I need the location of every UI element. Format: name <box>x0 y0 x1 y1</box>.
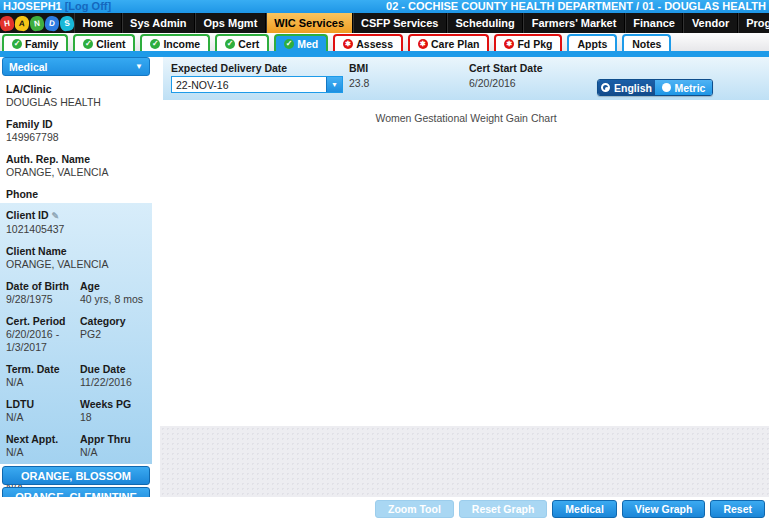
field-family-id: Family ID 149967798 <box>6 118 148 144</box>
tab-label: Care Plan <box>431 38 479 50</box>
sidebar: Medical ▼ LA/Clinic DOUGLAS HEALTH Famil… <box>0 57 152 520</box>
units-metric-option[interactable]: Metric <box>655 80 712 95</box>
tab-label: Notes <box>632 38 661 50</box>
chart-title: Women Gestational Weight Gain Chart <box>163 112 769 124</box>
footer-button-bar: Zoom Tool Reset Graph Medical View Graph… <box>0 497 769 520</box>
field-auth-rep-name: Auth. Rep. Name ORANGE, VALENCIA <box>6 153 148 179</box>
complete-icon: ✓ <box>225 39 235 49</box>
field-row-nextappt-apprthru: Next Appt.N/A Appr ThruN/A <box>6 433 152 459</box>
menu-item-program-integrity[interactable]: Program Integrity <box>738 13 769 33</box>
tab-client[interactable]: ✓ Client <box>73 34 135 51</box>
menubar: H A N D S Home Sys Admin Ops Mgmt WIC Se… <box>0 13 769 33</box>
titlebar: HJOSEPH1[Log Off] 02 - COCHISE COUNTY HE… <box>0 0 769 13</box>
dropdown-arrow-icon[interactable]: ▼ <box>326 77 342 92</box>
radio-selected-icon <box>601 83 610 92</box>
units-english-option[interactable]: English <box>598 80 655 95</box>
complete-icon: ✓ <box>284 39 294 49</box>
tab-label: Appts <box>577 38 607 50</box>
field-row-term-due: Term. DateN/A Due Date11/22/2016 <box>6 363 152 389</box>
tab-appts[interactable]: Appts <box>567 34 617 51</box>
field-client-id: Client ID✎ 1021405437 <box>6 209 152 236</box>
medical-button[interactable]: Medical <box>552 500 617 518</box>
menu-item-home[interactable]: Home <box>74 13 122 33</box>
field-row-ldtu-weekspg: LDTUN/A Weeks PG18 <box>6 398 152 424</box>
tab-notes[interactable]: Notes <box>622 34 671 51</box>
family-member-button-blossom[interactable]: ORANGE, BLOSSOM <box>2 466 150 485</box>
sidebar-fields: LA/Clinic DOUGLAS HEALTH Family ID 14996… <box>6 83 148 223</box>
hand-icon: D <box>44 15 60 32</box>
log-off-link[interactable]: [Log Off] <box>65 0 111 12</box>
tab-label: Income <box>163 38 200 50</box>
field-row-dob-age: Date of Birth9/28/1975 Age40 yrs, 8 mos <box>6 280 152 306</box>
zoom-tool-button[interactable]: Zoom Tool <box>375 500 454 518</box>
tab-assess[interactable]: ✱ Assess <box>333 34 403 51</box>
complete-icon: ✓ <box>83 39 93 49</box>
tab-label: Client <box>96 38 125 50</box>
view-graph-button[interactable]: View Graph <box>622 500 706 518</box>
hand-icon: A <box>14 15 29 31</box>
menu-item-scheduling[interactable]: Scheduling <box>447 13 523 33</box>
tab-label: Family <box>25 38 58 50</box>
location-title: 02 - COCHISE COUNTY HEALTH DEPARTMENT / … <box>386 0 766 13</box>
bmi-value: 23.8 <box>349 77 369 89</box>
hand-icon: N <box>29 15 45 32</box>
menu-items: Home Sys Admin Ops Mgmt WIC Services CSF… <box>74 13 769 33</box>
section-selector-label: Medical <box>9 61 48 73</box>
titlebar-left: HJOSEPH1[Log Off] <box>3 0 111 13</box>
chart-footer-area <box>160 426 769 497</box>
bmi-label: BMI <box>349 62 368 74</box>
tabbar: ✓ Family ✓ Client ✓ Income ✓ Cert ✓ Med … <box>0 33 769 51</box>
expected-delivery-label: Expected Delivery Date <box>171 62 287 74</box>
tab-med[interactable]: ✓ Med <box>274 34 328 51</box>
expected-delivery-dropdown[interactable]: 22-NOV-16 ▼ <box>171 76 343 93</box>
units-toggle: English Metric <box>597 79 713 96</box>
menu-item-finance[interactable]: Finance <box>625 13 684 33</box>
tab-income[interactable]: ✓ Income <box>140 34 210 51</box>
reset-button[interactable]: Reset <box>710 500 765 518</box>
section-selector-dropdown[interactable]: Medical ▼ <box>2 57 150 76</box>
username: HJOSEPH1 <box>3 0 62 12</box>
menu-item-ops-mgmt[interactable]: Ops Mgmt <box>195 13 266 33</box>
tab-label: Assess <box>356 38 393 50</box>
tab-label: Med <box>297 38 318 50</box>
menu-item-sys-admin[interactable]: Sys Admin <box>122 13 195 33</box>
menu-item-wic-services[interactable]: WIC Services <box>266 13 353 33</box>
tab-cert[interactable]: ✓ Cert <box>215 34 269 51</box>
client-panel: Client ID✎ 1021405437 Client Name ORANGE… <box>0 203 152 464</box>
chevron-down-icon: ▼ <box>135 62 143 71</box>
menu-item-csfp-services[interactable]: CSFP Services <box>353 13 447 33</box>
radio-unselected-icon <box>662 83 671 92</box>
incomplete-icon: ✱ <box>418 39 428 49</box>
reset-graph-button[interactable]: Reset Graph <box>459 500 547 518</box>
incomplete-icon: ✱ <box>504 39 514 49</box>
tab-label: Fd Pkg <box>517 38 552 50</box>
app-window: HJOSEPH1[Log Off] 02 - COCHISE COUNTY HE… <box>0 0 769 520</box>
cert-start-date-label: Cert Start Date <box>469 62 543 74</box>
hand-icon: H <box>0 15 15 32</box>
edit-icon[interactable]: ✎ <box>52 211 60 221</box>
cert-start-date-value: 6/20/2016 <box>469 77 516 89</box>
menu-item-vendor[interactable]: Vendor <box>683 13 737 33</box>
field-la-clinic: LA/Clinic DOUGLAS HEALTH <box>6 83 148 109</box>
tab-fd-pkg[interactable]: ✱ Fd Pkg <box>494 34 562 51</box>
parameter-band: Expected Delivery Date 22-NOV-16 ▼ BMI 2… <box>163 57 769 100</box>
complete-icon: ✓ <box>12 39 22 49</box>
tab-family[interactable]: ✓ Family <box>2 34 68 51</box>
chart-area: Women Gestational Weight Gain Chart <box>163 100 769 426</box>
complete-icon: ✓ <box>150 39 160 49</box>
field-row-cert-category: Cert. Period6/20/2016 - 1/3/2017 Categor… <box>6 315 152 354</box>
tab-label: Cert <box>238 38 259 50</box>
tab-care-plan[interactable]: ✱ Care Plan <box>408 34 489 51</box>
field-client-name: Client Name ORANGE, VALENCIA <box>6 245 152 271</box>
hands-logo: H A N D S <box>0 13 74 33</box>
hand-icon: S <box>59 15 75 32</box>
expected-delivery-value: 22-NOV-16 <box>172 77 326 92</box>
menu-item-farmers-market[interactable]: Farmers' Market <box>523 13 625 33</box>
incomplete-icon: ✱ <box>343 39 353 49</box>
